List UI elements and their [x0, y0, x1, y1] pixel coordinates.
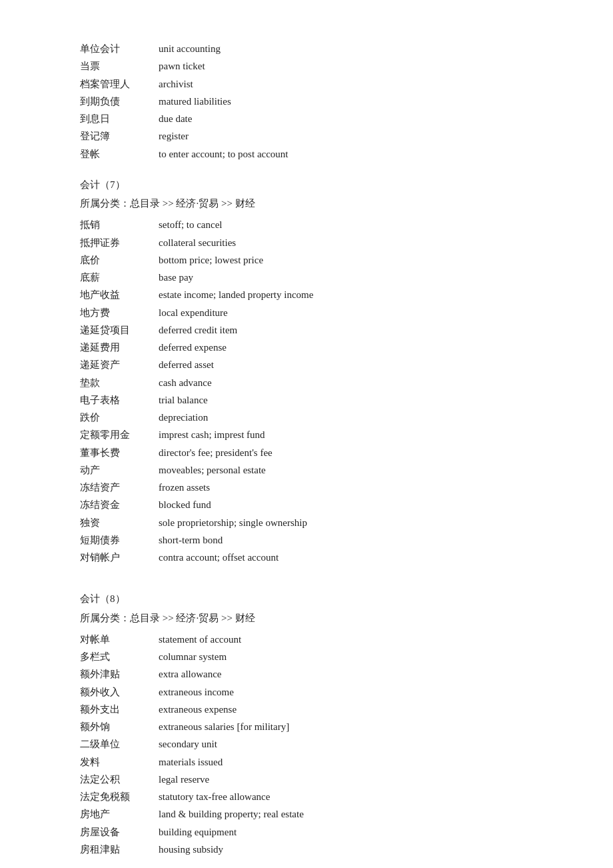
- chinese-term: 档案管理人: [80, 75, 153, 93]
- english-term: deferred asset: [159, 356, 214, 373]
- chinese-term: 额外支出: [80, 701, 153, 718]
- english-term: imprest cash; imprest fund: [159, 426, 265, 443]
- chinese-term: 二级单位: [80, 735, 153, 753]
- chinese-term: 登帐: [80, 145, 153, 163]
- list-item: 房地产land & building property; real estate: [80, 805, 533, 823]
- english-term: trial balance: [159, 391, 208, 409]
- list-item: 登帐to enter account; to post account: [80, 145, 533, 163]
- section-header: 会计（8）: [80, 590, 533, 607]
- list-item: 到期负债matured liabilities: [80, 93, 533, 110]
- list-item: 地方费local expenditure: [80, 304, 533, 321]
- english-term: housing subsidy: [159, 841, 223, 858]
- list-item: 递延费用deferred expense: [80, 339, 533, 356]
- english-term: depreciation: [159, 409, 208, 426]
- chinese-term: 发料: [80, 753, 153, 771]
- english-term: columnar system: [159, 648, 227, 665]
- list-item: 冻结资金blocked fund: [80, 496, 533, 513]
- chinese-term: 额外津贴: [80, 665, 153, 683]
- chinese-term: 动产: [80, 461, 153, 479]
- category-label: 所属分类：总目录 >> 经济·贸易 >> 财经: [80, 609, 533, 627]
- chinese-term: 底薪: [80, 269, 153, 286]
- list-item: 法定公积legal reserve: [80, 771, 533, 788]
- chinese-term: 董事长费: [80, 444, 153, 461]
- english-term: extraneous expense: [159, 701, 237, 718]
- chinese-term: 地产收益: [80, 286, 153, 303]
- list-item: 底价bottom price; lowest price: [80, 251, 533, 269]
- english-term: setoff; to cancel: [159, 216, 223, 233]
- chinese-term: 到息日: [80, 110, 153, 127]
- chinese-term: 单位会计: [80, 40, 153, 57]
- english-term: secondary unit: [159, 735, 217, 753]
- chinese-term: 抵押证券: [80, 234, 153, 251]
- list-item: 额外收入extraneous income: [80, 683, 533, 701]
- category-label: 所属分类：总目录 >> 经济·贸易 >> 财经: [80, 195, 533, 212]
- english-term: deferred credit item: [159, 321, 237, 339]
- english-term: extraneous income: [159, 683, 234, 701]
- english-term: extra allowance: [159, 665, 222, 683]
- chinese-term: 对帐单: [80, 631, 153, 648]
- list-item: 额外支出extraneous expense: [80, 701, 533, 718]
- list-item: 多栏式columnar system: [80, 648, 533, 665]
- list-item: 地产收益estate income; landed property incom…: [80, 286, 533, 303]
- chinese-term: 多栏式: [80, 648, 153, 665]
- list-item: 电子表格trial balance: [80, 391, 533, 409]
- chinese-term: 递延贷项目: [80, 321, 153, 339]
- chinese-term: 冻结资金: [80, 496, 153, 513]
- chinese-term: 房屋设备: [80, 823, 153, 841]
- list-item: 额外津贴extra allowance: [80, 665, 533, 683]
- list-item: 法定免税额statutory tax-free allowance: [80, 788, 533, 805]
- chinese-term: 递延资产: [80, 356, 153, 373]
- list-item: 额外饷extraneous salaries [for military]: [80, 718, 533, 735]
- chinese-term: 法定公积: [80, 771, 153, 788]
- english-term: pawn ticket: [159, 57, 205, 75]
- english-term: deferred expense: [159, 339, 227, 356]
- list-item: 独资sole proprietorship; single ownership: [80, 514, 533, 531]
- list-item: 垫款cash advance: [80, 374, 533, 391]
- english-term: building equipment: [159, 823, 237, 841]
- list-item: 抵销setoff; to cancel: [80, 216, 533, 233]
- list-item: 房租津贴housing subsidy: [80, 841, 533, 858]
- list-item: 当票pawn ticket: [80, 57, 533, 75]
- english-term: extraneous salaries [for military]: [159, 718, 289, 735]
- section-header: 会计（7）: [80, 176, 533, 193]
- english-term: cash advance: [159, 374, 212, 391]
- english-term: local expenditure: [159, 304, 228, 321]
- list-item: 跌价depreciation: [80, 409, 533, 426]
- chinese-term: 跌价: [80, 409, 153, 426]
- english-term: to enter account; to post account: [159, 145, 289, 163]
- english-term: sole proprietorship; single ownership: [159, 514, 307, 531]
- list-item: 动产moveables; personal estate: [80, 461, 533, 479]
- list-item: 登记簿register: [80, 127, 533, 145]
- chinese-term: 地方费: [80, 304, 153, 321]
- chinese-term: 底价: [80, 251, 153, 269]
- list-item: 发料materials issued: [80, 753, 533, 771]
- list-item: 对销帐户contra account; offset account: [80, 549, 533, 566]
- english-term: unit accounting: [159, 40, 221, 57]
- english-term: statement of account: [159, 631, 241, 648]
- chinese-term: 电子表格: [80, 391, 153, 409]
- list-item: 单位会计unit accounting: [80, 40, 533, 57]
- list-item: 底薪base pay: [80, 269, 533, 286]
- chinese-term: 额外收入: [80, 683, 153, 701]
- english-term: estate income; landed property income: [159, 286, 313, 303]
- english-term: base pay: [159, 269, 193, 286]
- english-term: director's fee; president's fee: [159, 444, 273, 461]
- english-term: frozen assets: [159, 479, 210, 496]
- list-item: 抵押证券collateral securities: [80, 234, 533, 251]
- list-item: 到息日due date: [80, 110, 533, 127]
- chinese-term: 短期债券: [80, 531, 153, 549]
- list-item: 短期债券short-term bond: [80, 531, 533, 549]
- english-term: bottom price; lowest price: [159, 251, 263, 269]
- chinese-term: 房租津贴: [80, 841, 153, 858]
- english-term: register: [159, 127, 189, 145]
- chinese-term: 当票: [80, 57, 153, 75]
- chinese-term: 额外饷: [80, 718, 153, 735]
- english-term: due date: [159, 110, 192, 127]
- english-term: moveables; personal estate: [159, 461, 266, 479]
- list-item: 递延贷项目deferred credit item: [80, 321, 533, 339]
- chinese-term: 法定免税额: [80, 788, 153, 805]
- chinese-term: 到期负债: [80, 93, 153, 110]
- main-content: 单位会计unit accounting当票pawn ticket档案管理人arc…: [80, 40, 533, 858]
- list-item: 递延资产deferred asset: [80, 356, 533, 373]
- list-item: 定额零用金imprest cash; imprest fund: [80, 426, 533, 443]
